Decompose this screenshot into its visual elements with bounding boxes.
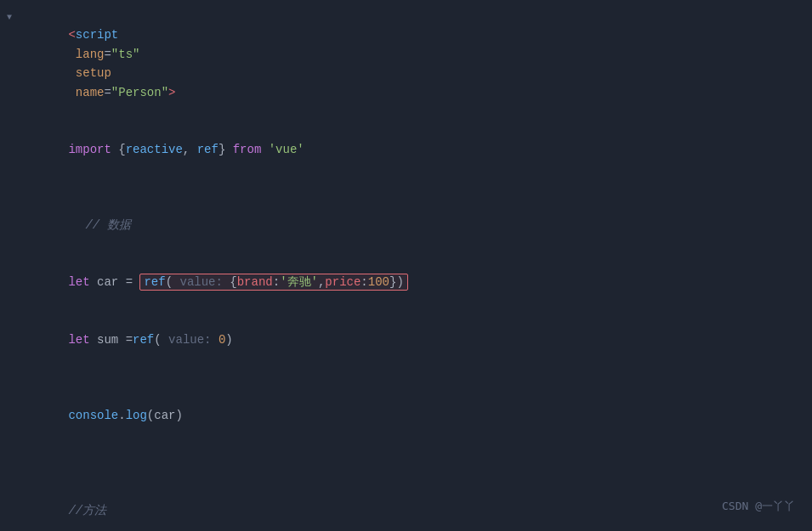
comment-methods: //方法	[68, 504, 106, 517]
code-line-10	[0, 463, 812, 482]
attr-name-attr: name	[68, 86, 104, 99]
num-100: 100	[368, 275, 389, 289]
var-car: car	[97, 275, 126, 289]
watermark: CSDN @一丫丫	[722, 498, 795, 516]
comment-data: // 数据	[85, 218, 130, 232]
import-reactive: reactive	[126, 143, 183, 156]
line-content-1: <script lang="ts" setup name="Person">	[26, 7, 798, 121]
code-editor: ▼ <script lang="ts" setup name="Person">…	[0, 0, 812, 531]
fn-ref-sum: ref	[133, 333, 154, 347]
attr-lang-val: "ts"	[111, 48, 140, 61]
fn-ref: ref	[144, 275, 165, 289]
code-line-4: // 数据	[0, 197, 812, 254]
import-ref: ref	[197, 143, 219, 156]
prop-price: price	[325, 275, 361, 289]
code-line-8: console.log(car)	[0, 387, 812, 444]
code-line-6: let sum =ref( value: 0)	[0, 311, 812, 368]
fn-log: log	[126, 409, 147, 422]
var-car-log: car	[154, 409, 175, 422]
fold-arrow-1[interactable]: ▼	[7, 11, 12, 25]
keyword-from: from	[233, 143, 269, 156]
code-line-7	[0, 368, 812, 387]
var-sum: sum	[97, 333, 126, 347]
fn-console: console	[68, 409, 118, 422]
hint-value-sum: value:	[168, 333, 219, 347]
code-line-9	[0, 444, 812, 463]
code-line-3	[0, 178, 812, 197]
tag-bracket: <	[68, 28, 75, 42]
code-line-2: import {reactive, ref} from 'vue'	[0, 121, 812, 178]
attr-name-val: "Person"	[111, 86, 168, 99]
keyword-let-sum: let	[68, 333, 97, 347]
str-benz: '奔驰'	[280, 275, 318, 289]
highlight-ref-car: ref( value: {brand:'奔驰',price:100})	[139, 274, 407, 291]
code-line-1: ▼ <script lang="ts" setup name="Person">	[0, 7, 812, 121]
code-line-11: //方法	[0, 483, 812, 531]
keyword-let-car: let	[68, 275, 97, 289]
hint-value: value:	[179, 275, 230, 289]
tag-name-script: script	[76, 28, 118, 42]
import-source: 'vue'	[269, 143, 304, 156]
attr-lang: lang	[68, 48, 104, 61]
line-content-2: import {reactive, ref} from 'vue'	[26, 121, 798, 178]
code-line-5: let car = ref( value: {brand:'奔驰',price:…	[0, 254, 812, 311]
prop-brand: brand	[237, 275, 273, 289]
fold-gutter-1[interactable]: ▼	[7, 11, 19, 25]
keyword-import: import	[68, 143, 118, 156]
attr-setup: setup	[68, 66, 111, 80]
